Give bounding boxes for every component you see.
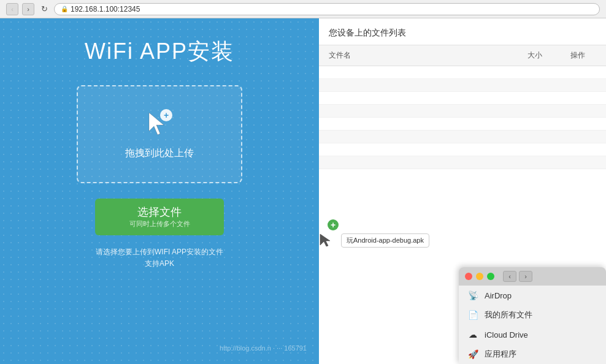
hint-text: 请选择您要上传到WIFI APP安装的文件 支持APK [96,246,223,270]
hint-line2: 支持APK [145,259,174,268]
table-row [319,79,606,92]
drop-icon: + [144,109,175,140]
picker-item-label: AirDrop [485,291,512,300]
back-button[interactable]: ‹ [6,3,18,15]
all-files-icon: 📄 [467,309,478,320]
choose-file-label: 选择文件 [137,205,182,219]
drag-plus-badge: + [328,219,339,230]
picker-titlebar: ‹ › [459,267,606,286]
close-traffic-light[interactable] [465,273,472,280]
hint-line1: 请选择您要上传到WIFI APP安装的文件 [96,248,223,256]
picker-item-label: 应用程序 [485,349,516,360]
app-title: WiFi APP安装 [85,37,234,67]
table-row [319,131,606,143]
picker-item-label: iCloud Drive [485,330,528,339]
drag-file-label: 玩Android-app-debug.apk [341,233,429,248]
drop-zone[interactable]: + 拖拽到此处上传 [77,85,242,183]
picker-item-apps[interactable]: 🚀 应用程序 [459,344,606,364]
table-row [319,118,606,131]
picker-items-list: 📡 AirDrop 📄 我的所有文件 ☁ iCloud Drive 🚀 应用程序 [459,286,606,364]
picker-item-all-files[interactable]: 📄 我的所有文件 [459,305,606,325]
choose-file-button[interactable]: 选择文件 可同时上传多个文件 [95,199,224,235]
picker-forward-button[interactable]: › [519,271,532,282]
url-text: 192.168.1.100:12345 [71,5,140,13]
minimize-traffic-light[interactable] [476,273,483,280]
table-row [319,92,606,105]
icloud-icon: ☁ [467,329,478,340]
table-row [319,143,606,156]
table-row [319,105,606,118]
url-bar[interactable]: 🔒 192.168.1.100:12345 [54,3,600,15]
drag-cursor-icon [319,233,331,248]
apps-icon: 🚀 [467,349,478,360]
refresh-button[interactable]: ↻ [38,3,50,15]
svg-text:+: + [164,110,169,120]
watermark: http://blog.csdn.n · ··· 165791 [220,344,307,352]
picker-item-label: 我的所有文件 [485,309,532,320]
col-action-header: 操作 [559,50,596,61]
table-header: 文件名 大小 操作 [319,45,606,66]
svg-marker-3 [320,234,330,246]
picker-nav: ‹ › [503,271,532,282]
left-panel: WiFi APP安装 + 拖拽到此处上传 选择文件 可同时上传多个文件 请选择您… [0,18,319,364]
picker-item-icloud[interactable]: ☁ iCloud Drive [459,325,606,344]
forward-button[interactable]: › [22,3,34,15]
picker-back-button[interactable]: ‹ [503,271,516,282]
browser-chrome: ‹ › ↻ 🔒 192.168.1.100:12345 [0,0,606,18]
col-size-header: 大小 [510,50,559,61]
airdrop-icon: 📡 [467,290,478,301]
picker-item-airdrop[interactable]: 📡 AirDrop [459,286,606,305]
choose-file-sublabel: 可同时上传多个文件 [129,219,190,229]
table-row [319,66,606,79]
protocol-icon: 🔒 [61,6,68,12]
main-content: WiFi APP安装 + 拖拽到此处上传 选择文件 可同时上传多个文件 请选择您… [0,18,606,364]
maximize-traffic-light[interactable] [487,273,494,280]
file-picker-popup: ‹ › 📡 AirDrop 📄 我的所有文件 ☁ iCloud Drive 🚀 … [459,267,606,364]
file-list-title: 您设备上的文件列表 [329,28,406,37]
file-list-header: 您设备上的文件列表 [319,18,606,45]
drop-zone-label: 拖拽到此处上传 [125,147,194,160]
col-name-header: 文件名 [329,50,510,61]
table-row [319,156,606,169]
drag-overlay: + 玩Android-app-debug.apk [319,233,429,248]
